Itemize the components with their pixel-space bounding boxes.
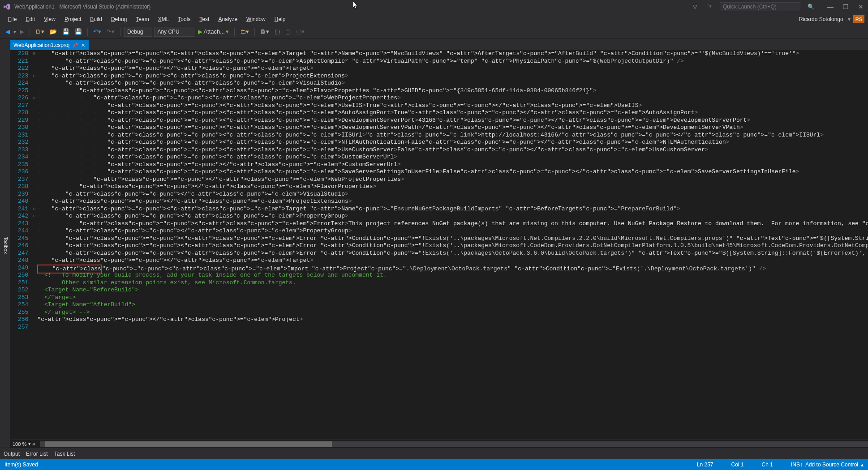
menu-tools[interactable]: Tools [173,14,195,24]
undo-button[interactable]: ↶▾ [91,27,103,36]
menu-help[interactable]: Help [270,14,290,24]
code-editor[interactable]: 2202212222232242252262272282292302312322… [10,50,868,440]
tool-icon-3[interactable]: ⬚ [284,27,292,36]
task-list-tab[interactable]: Task List [54,451,75,457]
new-project-button[interactable]: 🗋▾ [34,27,46,36]
main-area: Toolbox Test Explorer WebApplication1.cs… [0,38,868,448]
line-numbers: 2202212222232242252262272282292302312322… [10,50,31,440]
quick-launch-input[interactable] [720,2,800,11]
restore-button[interactable]: ❐ [841,3,850,10]
start-button[interactable]: ▶ Attach... ▾ [196,27,231,36]
outline-margin[interactable]: ⊟⊟⊟⊟⊟ [31,50,37,440]
status-ins: INS [791,461,800,468]
user-avatar[interactable]: RS [853,15,864,23]
close-button[interactable]: ✕ [856,3,865,10]
chevron-down-icon[interactable]: ▾ [848,16,851,22]
save-button[interactable]: 💾 [60,27,71,36]
bottom-panel: Output Error List Task List [0,448,868,459]
zoom-dropdown[interactable]: 100 % ▾ [13,441,31,447]
titlebar: WebApplication1 - Microsoft Visual Studi… [0,0,868,13]
statusbar: Item(s) Saved Ln 257 Col 1 Ch 1 INS ↑ Ad… [0,459,868,470]
hscroll-thumb[interactable] [45,441,332,447]
status-col: Col 1 [731,461,744,468]
folder-icon[interactable]: 🗀▾ [238,27,251,36]
active-tab[interactable]: WebApplication1.csproj 📌 ✕ [10,40,89,50]
notifications-icon[interactable]: ⚐ [705,3,713,10]
vs-logo-icon [3,3,11,11]
chevron-up-icon[interactable]: ▴ [861,461,864,468]
menu-xml[interactable]: XML [154,14,174,24]
nav-back-button[interactable]: ◀ [4,27,12,36]
tool-icon-1[interactable]: 🗎▾ [258,27,271,36]
menu-debug[interactable]: Debug [107,14,131,24]
search-icon[interactable]: 🔍 [808,4,814,10]
menu-file[interactable]: File [4,14,21,24]
editor-area: WebApplication1.csproj 📌 ✕ ▾ 22022122222… [10,38,868,448]
minimize-button[interactable]: — [826,3,835,10]
horizontal-scrollbar[interactable] [40,441,868,447]
menu-analyze[interactable]: Analyze [214,14,242,24]
code-body[interactable]: · "c-attr">class"c-punc">="c-punc"><"c-a… [37,50,868,440]
menubar: FileEditViewProjectBuildDebugTeamXMLTool… [0,13,868,25]
open-button[interactable]: 📂 [48,27,59,36]
user-name[interactable]: Ricardo Sotolongo [799,16,845,22]
status-message: Item(s) Saved [4,461,697,468]
status-line: Ln 257 [697,461,713,468]
menu-view[interactable]: View [39,14,60,24]
menu-edit[interactable]: Edit [21,14,39,24]
pin-icon[interactable]: 📌 [72,43,78,48]
config-dropdown[interactable]: Debug [124,27,152,37]
test-explorer-tab[interactable]: Test Explorer [0,226,2,265]
status-ch: Ch 1 [762,461,773,468]
output-tab[interactable]: Output [4,451,20,457]
chevron-down-icon[interactable]: ▾ [13,29,16,35]
save-all-button[interactable]: 💾 [73,27,84,36]
editor-footer: 100 % ▾ ◂ ▸ [10,440,868,448]
redo-button[interactable]: ↷▾ [105,27,116,36]
sidebar-left: Toolbox Test Explorer [0,38,10,448]
tool-icon-4[interactable]: ⬚▾ [294,27,306,36]
document-tabs: WebApplication1.csproj 📌 ✕ ▾ [10,38,868,50]
add-source-control[interactable]: Add to Source Control [805,461,858,468]
menu-build[interactable]: Build [86,14,107,24]
menu-window[interactable]: Window [242,14,270,24]
hscroll-left-icon[interactable]: ◂ [31,441,36,447]
filter-icon[interactable]: ▽ [691,3,698,10]
toolbox-tab[interactable]: Toolbox [2,231,10,259]
window-title: WebApplication1 - Microsoft Visual Studi… [14,4,688,10]
tab-label: WebApplication1.csproj [13,42,69,48]
nav-forward-button[interactable]: ▶ [18,27,26,36]
menu-test[interactable]: Test [195,14,214,24]
source-control-up-icon[interactable]: ↑ [800,461,803,468]
tool-icon-2[interactable]: ⬚ [273,27,282,36]
error-list-tab[interactable]: Error List [26,451,48,457]
platform-dropdown[interactable]: Any CPU [154,27,194,37]
menu-project[interactable]: Project [60,14,86,24]
close-icon[interactable]: ✕ [81,43,85,48]
menu-team[interactable]: Team [131,14,153,24]
toolbar: ◀ ▾ ▶ 🗋▾ 📂 💾 💾 ↶▾ ↷▾ Debug Any CPU ▶ Att… [0,25,868,38]
